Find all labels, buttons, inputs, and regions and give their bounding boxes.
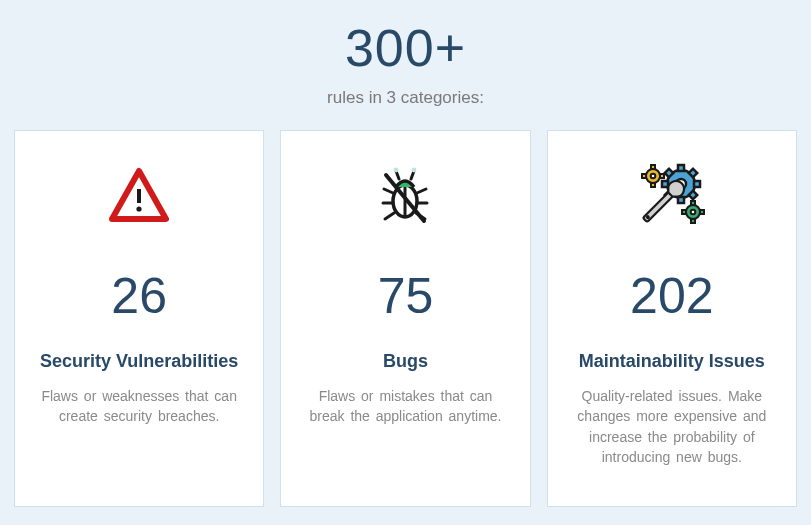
wrench-gears-icon <box>635 159 709 233</box>
svg-rect-19 <box>665 169 673 177</box>
svg-rect-14 <box>694 181 700 187</box>
bug-crossed-icon <box>372 159 438 233</box>
security-count: 26 <box>111 267 167 325</box>
svg-rect-13 <box>678 197 684 203</box>
card-maintainability: 202 Maintainability Issues Quality-relat… <box>547 130 797 507</box>
security-desc: Flaws or weaknesses that can create secu… <box>33 386 245 427</box>
svg-rect-1 <box>137 189 141 203</box>
svg-rect-16 <box>689 169 697 177</box>
maintainability-desc: Quality-related issues. Make changes mor… <box>566 386 778 467</box>
svg-rect-25 <box>642 174 646 178</box>
svg-rect-12 <box>678 165 684 171</box>
svg-rect-15 <box>662 181 668 187</box>
card-bugs: 75 Bugs Flaws or mistakes that can break… <box>280 130 530 507</box>
svg-rect-31 <box>682 210 686 214</box>
svg-rect-28 <box>691 201 695 205</box>
svg-rect-18 <box>689 191 697 199</box>
warning-triangle-icon <box>108 159 170 233</box>
bugs-count: 75 <box>378 267 434 325</box>
svg-rect-23 <box>651 183 655 187</box>
maintainability-count: 202 <box>630 267 713 325</box>
svg-point-5 <box>394 168 399 173</box>
svg-rect-29 <box>691 219 695 223</box>
svg-point-2 <box>137 206 142 211</box>
svg-point-7 <box>412 168 417 173</box>
security-title: Security Vulnerabilities <box>40 351 238 372</box>
svg-point-21 <box>651 174 656 179</box>
bugs-desc: Flaws or mistakes that can break the app… <box>299 386 511 427</box>
total-rules-subtitle: rules in 3 categories: <box>327 88 484 108</box>
bugs-title: Bugs <box>383 351 428 372</box>
svg-rect-24 <box>660 174 664 178</box>
category-cards-row: 26 Security Vulnerabilities Flaws or wea… <box>14 130 797 507</box>
rules-summary-panel: 300+ rules in 3 categories: 26 Security … <box>14 12 797 507</box>
maintainability-title: Maintainability Issues <box>579 351 765 372</box>
svg-point-27 <box>691 210 696 215</box>
svg-rect-30 <box>700 210 704 214</box>
total-rules-count: 300+ <box>345 18 466 78</box>
svg-rect-22 <box>651 165 655 169</box>
card-security-vulnerabilities: 26 Security Vulnerabilities Flaws or wea… <box>14 130 264 507</box>
